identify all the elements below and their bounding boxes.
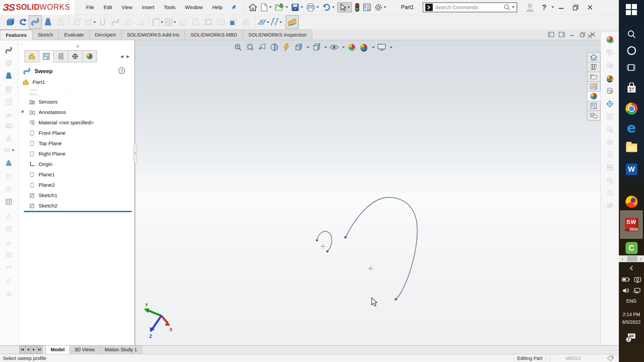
reference-geometry-button[interactable] <box>257 15 269 29</box>
graphics-viewport[interactable]: Y X Z <box>136 40 600 345</box>
chevron-down-icon[interactable] <box>285 6 288 8</box>
microsoft-store-button[interactable] <box>619 82 644 94</box>
selection-sphere-icon[interactable] <box>604 150 615 160</box>
edge-button[interactable]: e <box>619 122 644 133</box>
scroll-left-icon[interactable]: ‹ <box>619 256 626 261</box>
tree-item-annotations[interactable]: A Annotations <box>18 107 135 117</box>
restore-button[interactable] <box>572 4 579 11</box>
prev-tab-icon[interactable] <box>25 346 31 354</box>
hole-wizard-button[interactable] <box>84 15 96 29</box>
first-tab-icon[interactable] <box>19 346 25 354</box>
tab-solidworks-mbd[interactable]: SOLIDWORKS MBD <box>185 29 243 40</box>
pin-menu-icon[interactable] <box>231 4 237 10</box>
left-toolbar-icon[interactable] <box>3 184 14 194</box>
left-toolbar-icon[interactable] <box>3 288 14 299</box>
chevron-down-icon[interactable] <box>301 6 303 8</box>
lofted-boss-button[interactable] <box>42 15 54 29</box>
swept-cut-button[interactable] <box>109 15 122 29</box>
left-toolbar-icon[interactable] <box>3 84 14 95</box>
menu-window[interactable]: Window <box>180 0 207 15</box>
forum-chat-button[interactable] <box>587 111 600 121</box>
expand-arrow-icon[interactable] <box>22 110 24 113</box>
curves-button[interactable] <box>269 15 282 29</box>
menu-edit[interactable]: Edit <box>99 0 117 15</box>
feature-manager-tab[interactable] <box>24 50 39 62</box>
left-toolbar-icon[interactable] <box>3 249 14 260</box>
select-tool-button[interactable] <box>337 2 352 12</box>
tray-expand-button[interactable] <box>619 265 644 271</box>
left-toolbar-icon[interactable] <box>3 224 14 235</box>
camtasia-button[interactable]: C <box>619 242 644 254</box>
edit-appearance-icon[interactable] <box>604 35 615 45</box>
scroll-left-icon[interactable]: ◀ <box>120 54 123 59</box>
next-tab-icon[interactable] <box>31 346 37 354</box>
menu-help[interactable]: Help <box>208 0 227 15</box>
target-icon[interactable] <box>604 99 615 109</box>
tree-item-plane2[interactable]: Plane2 <box>18 180 135 190</box>
units-label[interactable]: MMGS <box>553 356 593 361</box>
chevron-down-icon[interactable] <box>279 21 282 23</box>
menu-view[interactable]: View <box>117 0 137 15</box>
speaker-icon[interactable] <box>622 288 630 294</box>
scroll-right-icon[interactable]: ▶ <box>126 54 129 59</box>
chevron-down-icon[interactable] <box>173 21 176 23</box>
fillet-button[interactable] <box>151 15 164 29</box>
chevron-down-icon[interactable] <box>269 6 272 8</box>
tree-item-top-plane[interactable]: Top Plane <box>18 138 135 148</box>
tab-dimxpert[interactable]: DimXpert <box>89 29 122 40</box>
clock-date[interactable]: 6/5/2022 <box>619 319 644 325</box>
left-toolbar-icon[interactable] <box>3 133 14 143</box>
close-button[interactable] <box>587 4 593 10</box>
chevron-down-icon[interactable] <box>161 21 163 23</box>
configuration-manager-tab[interactable] <box>53 50 68 62</box>
language-indicator[interactable]: ENG <box>619 298 644 304</box>
notification-center-button[interactable]: 2 <box>619 333 644 341</box>
dimxpert-manager-tab[interactable] <box>68 50 83 62</box>
wrap-button[interactable] <box>215 15 227 29</box>
camera-sphere-icon[interactable] <box>604 124 615 134</box>
tree-item-sketch2[interactable]: Sketch2 <box>18 200 135 211</box>
tab-evaluate[interactable]: Evaluate <box>58 29 89 40</box>
boundary-cut-button[interactable] <box>135 15 147 29</box>
tab-motion-study-1[interactable]: Motion Study 1 <box>100 346 142 354</box>
cast-icon[interactable] <box>634 277 641 283</box>
extruded-cut-button[interactable] <box>71 15 84 29</box>
instant3d-button[interactable] <box>286 15 299 29</box>
left-toolbar-icon[interactable] <box>3 121 14 131</box>
sphere-icon[interactable] <box>604 137 615 147</box>
tree-item-material[interactable]: Material <not specified> <box>18 117 135 128</box>
chevron-down-icon[interactable] <box>551 6 554 8</box>
rebuild-button[interactable] <box>353 1 361 13</box>
sphere-refresh-icon[interactable] <box>604 201 615 211</box>
chevron-down-icon[interactable] <box>347 6 350 8</box>
search-commands-input[interactable] <box>435 4 503 10</box>
tab-sketch[interactable]: Sketch <box>32 29 59 40</box>
scroll-right-icon[interactable]: › <box>637 256 644 261</box>
cortana-button[interactable] <box>619 46 644 55</box>
panel-splitter-handle[interactable] <box>133 144 137 163</box>
menu-tools[interactable]: Tools <box>159 0 180 15</box>
extruded-boss-button[interactable] <box>3 15 16 29</box>
design-library-button[interactable] <box>587 62 600 72</box>
left-toolbar-icon[interactable] <box>3 211 14 222</box>
solidworks-2018-button[interactable]: SW 2018 <box>619 218 644 231</box>
tab-model[interactable]: Model <box>46 346 70 354</box>
chevron-down-icon[interactable] <box>384 6 386 8</box>
options-list-button[interactable] <box>361 1 373 13</box>
left-toolbar-icon[interactable] <box>3 196 14 207</box>
last-tab-icon[interactable] <box>37 346 43 354</box>
tree-item-sketch1[interactable]: Sketch1 <box>18 190 135 200</box>
left-toolbar-icon[interactable] <box>3 158 14 168</box>
new-document-button[interactable] <box>259 1 273 13</box>
help-circle-icon[interactable]: ? <box>118 67 125 74</box>
copy-appearance-icon[interactable] <box>604 47 615 57</box>
tab-solidworks-add-ins[interactable]: SOLIDWORKS Add-Ins <box>121 29 185 40</box>
left-toolbar-icon[interactable] <box>3 58 14 68</box>
home-button[interactable] <box>247 1 259 13</box>
left-toolbar-icon[interactable] <box>3 145 14 156</box>
battery-icon[interactable] <box>622 277 630 282</box>
settings-gear-button[interactable] <box>373 1 388 13</box>
undo-button[interactable] <box>320 1 336 13</box>
tab-features[interactable]: Features <box>0 29 33 40</box>
four-spheres-icon[interactable] <box>604 163 615 173</box>
